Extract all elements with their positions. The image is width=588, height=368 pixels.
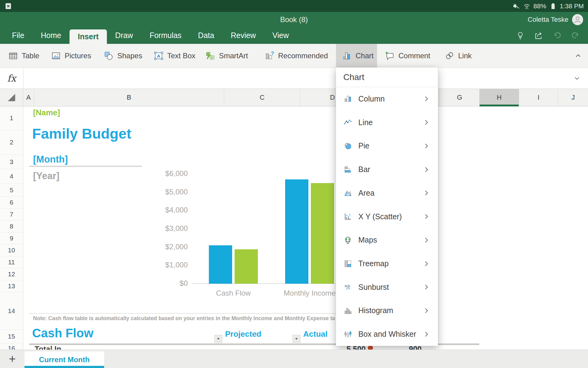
row-header-3[interactable]: 3 — [0, 155, 23, 169]
column-headers: ABCDEFGHIJ — [0, 89, 588, 106]
chevron-right-icon — [423, 119, 430, 126]
chart-menu-item-label: Column — [358, 94, 385, 103]
row-header-10[interactable]: 10 — [0, 244, 23, 256]
chart-menu-item-label: Line — [358, 118, 373, 127]
scatter-chart-icon — [344, 213, 352, 220]
row-header-16[interactable]: 16 — [0, 343, 23, 350]
chart-ytick-label: $6,000 — [142, 169, 188, 178]
row-header-8[interactable]: 8 — [0, 220, 23, 232]
cell-actual-header[interactable]: Actual — [303, 329, 327, 339]
column-header-H[interactable]: H — [480, 89, 519, 106]
row-header-12[interactable]: 12 — [0, 268, 23, 280]
chart-menu-item-label: Histogram — [358, 306, 393, 315]
row-header-9[interactable]: 9 — [0, 232, 23, 244]
actual-filter-button[interactable] — [292, 335, 300, 343]
chevron-right-icon — [423, 189, 430, 197]
chart-menu-item-label: X Y (Scatter) — [358, 212, 402, 221]
chart-menu-item-maps[interactable]: Maps — [336, 228, 438, 252]
chart-menu-item-label: Maps — [358, 236, 377, 244]
sheet-tab-current-month[interactable]: Current Month — [24, 351, 104, 368]
chart-menu-item-label: Bar — [358, 165, 370, 174]
boxwhisker-chart-icon — [344, 330, 352, 338]
filter-dropdown-icon — [295, 337, 298, 341]
month-underline — [29, 166, 142, 167]
chart-menu-item-column[interactable]: Column — [336, 87, 438, 111]
chart-menu-item-line[interactable]: Line — [336, 111, 438, 134]
chart-menu-header: Chart — [336, 67, 438, 87]
cell-month-placeholder[interactable]: [Month] — [33, 154, 68, 165]
chart-menu-item-x-y-scatter[interactable]: X Y (Scatter) — [336, 205, 438, 228]
bar-chart-icon — [344, 166, 352, 174]
row-header-14[interactable]: 14 — [0, 292, 23, 330]
chart-ytick-label: $0 — [142, 279, 188, 288]
column-header-B[interactable]: B — [34, 89, 224, 106]
chart-ytick-label: $3,000 — [142, 224, 188, 233]
row-header-13[interactable]: 13 — [0, 280, 23, 292]
chart-ytick-label: $1,000 — [142, 261, 188, 269]
row-header-11[interactable]: 11 — [0, 256, 23, 268]
sheet-tab-bar: + Current Month — [0, 350, 588, 368]
chart-menu-item-bar[interactable]: Bar — [336, 158, 438, 181]
chart-menu-item-histogram[interactable]: Histogram — [336, 299, 438, 323]
column-header-G[interactable]: G — [440, 89, 480, 106]
chart-ytick-label: $4,000 — [142, 206, 188, 214]
sheet-content: [Name] Family Budget [Month] [Year] $0$1… — [0, 0, 588, 368]
chart-bar-actual-cash-flow — [235, 249, 258, 284]
row-header-6[interactable]: 6 — [0, 197, 23, 209]
chart-menu-item-box-and-whisker[interactable]: Box and Whisker — [336, 322, 438, 346]
sunburst-chart-icon — [344, 283, 352, 291]
row-header-1[interactable]: 1 — [0, 106, 23, 130]
treemap-chart-icon — [344, 260, 352, 268]
alert-dot-icon — [368, 345, 373, 350]
chart-bar-projected-cash-flow — [209, 245, 232, 284]
chevron-right-icon — [423, 142, 430, 150]
row-header-7[interactable]: 7 — [0, 209, 23, 220]
row-header-2[interactable]: 2 — [0, 130, 23, 155]
cell-sheet-title[interactable]: Family Budget — [32, 125, 131, 142]
chart-menu-item-area[interactable]: Area — [336, 181, 438, 205]
projected-filter-button[interactable] — [214, 335, 222, 343]
filter-dropdown-icon — [217, 337, 220, 341]
chart-menu-item-label: Pie — [358, 141, 369, 150]
column-chart-icon — [344, 95, 352, 103]
cell-name-placeholder[interactable]: [Name] — [33, 108, 60, 117]
partial-row-16: Total In 5,500 900 — [0, 345, 588, 350]
chart-menu-item-label: Sunburst — [358, 283, 389, 292]
row-header-5[interactable]: 5 — [0, 184, 23, 197]
column-header-C[interactable]: C — [224, 89, 300, 106]
chart-ytick-label: $5,000 — [142, 188, 188, 196]
column-header-J[interactable]: J — [558, 89, 588, 106]
chart-menu-item-label: Treemap — [358, 259, 389, 268]
chart-menu-item-sunburst[interactable]: Sunburst — [336, 275, 438, 299]
chart-category-label: Cash Flow — [216, 289, 251, 297]
add-sheet-button[interactable]: + — [6, 350, 19, 368]
chevron-right-icon — [423, 95, 430, 102]
cell-total-income-partial: Total In — [35, 345, 61, 350]
row-header-15[interactable]: 15 — [0, 330, 23, 343]
chevron-right-icon — [423, 236, 430, 244]
chart-menu-item-label: Box and Whisker — [358, 330, 416, 339]
chart-bar-actual-monthly-income — [311, 183, 334, 284]
cell-year-placeholder[interactable]: [Year] — [33, 171, 59, 182]
row-header-4[interactable]: 4 — [0, 169, 23, 184]
column-header-A[interactable]: A — [23, 89, 34, 106]
sheet-tab-label: Current Month — [39, 355, 89, 364]
excel-app-window: 88% 1:38 PM Book (8) Coletta Teske FileH… — [0, 0, 588, 368]
maps-chart-icon — [344, 236, 352, 244]
cell-note[interactable]: Note: Cash flow table is automatically c… — [33, 315, 335, 322]
chart-menu-item-treemap[interactable]: Treemap — [336, 252, 438, 275]
row-headers: 12345678910111213141516 — [0, 106, 23, 350]
chart-ytick-label: $2,000 — [142, 243, 188, 251]
cell-cash-flow-heading[interactable]: Cash Flow — [32, 326, 93, 340]
chart-bar-projected-monthly-income — [285, 179, 308, 284]
histogram-chart-icon — [344, 307, 352, 315]
chevron-right-icon — [423, 213, 430, 220]
cell-projected-header[interactable]: Projected — [225, 329, 262, 339]
chart-category-label: Monthly Income — [284, 289, 335, 297]
select-all-button[interactable] — [0, 89, 23, 106]
pie-chart-icon — [344, 142, 352, 150]
chevron-right-icon — [423, 166, 430, 173]
chevron-right-icon — [423, 307, 430, 314]
column-header-I[interactable]: I — [519, 89, 558, 106]
chart-menu-item-pie[interactable]: Pie — [336, 134, 438, 158]
